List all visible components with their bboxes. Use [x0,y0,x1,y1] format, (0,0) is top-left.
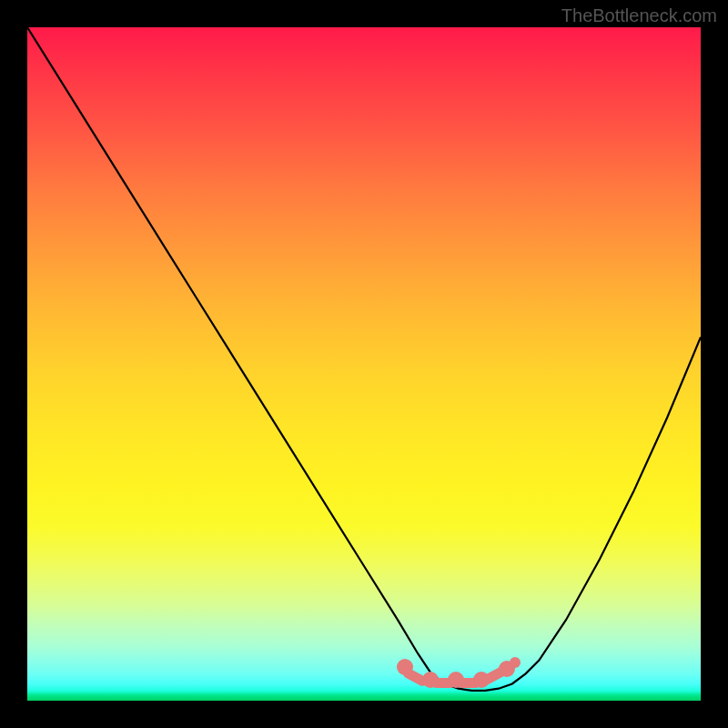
marker-dot [448,672,464,688]
marker-link [480,665,507,686]
optimal-range-marker [397,659,524,688]
marker-dot [473,672,490,688]
chart-plot-area [27,27,701,701]
marker-link [457,678,480,688]
marker-dot [499,661,515,677]
watermark-text: TheBottleneck.com [561,5,717,26]
marker-link [401,667,429,688]
marker-link [431,678,455,688]
marker-dot [510,657,521,668]
marker-dot [422,672,439,688]
bottleneck-curve [27,27,701,701]
marker-dot [397,659,413,675]
